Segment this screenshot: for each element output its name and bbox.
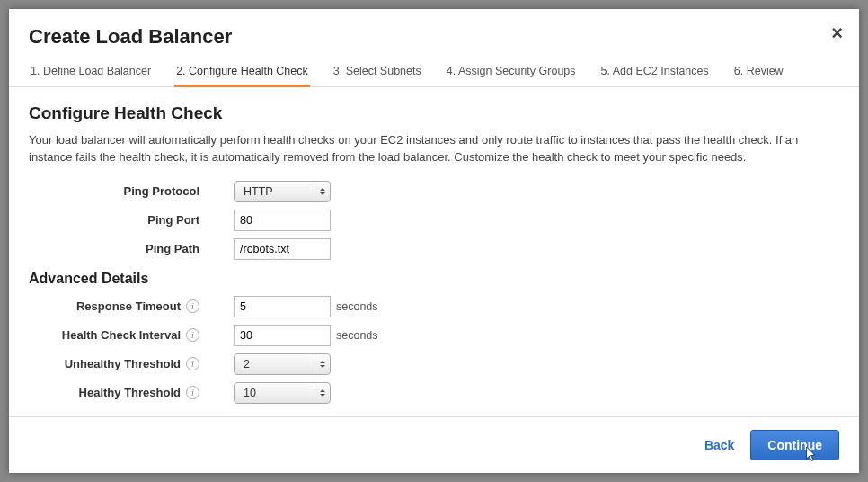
row-ping-port: Ping Port (29, 210, 839, 231)
back-button[interactable]: Back (704, 438, 734, 452)
ping-protocol-value: HTTP (244, 185, 273, 198)
tab-assign-security-groups[interactable]: 4. Assign Security Groups (445, 58, 578, 86)
healthy-threshold-select[interactable]: 10 (234, 382, 331, 404)
row-healthy-threshold: Healthy Threshold i 10 (29, 382, 839, 404)
row-ping-protocol: Ping Protocol HTTP (29, 181, 839, 202)
unhealthy-threshold-value: 2 (244, 358, 250, 370)
modal-header: Create Load Balancer × (9, 9, 859, 58)
label-ping-path: Ping Path (29, 242, 208, 255)
stepper-icon (314, 383, 330, 403)
close-icon[interactable]: × (831, 23, 843, 43)
modal-title: Create Load Balancer (29, 25, 839, 49)
info-icon[interactable]: i (186, 357, 199, 370)
label-unhealthy-threshold: Unhealthy Threshold (65, 357, 181, 370)
response-timeout-input[interactable] (234, 296, 331, 317)
label-healthy-threshold: Healthy Threshold (79, 386, 181, 399)
stepper-icon (314, 182, 330, 201)
unit-seconds: seconds (336, 300, 378, 313)
unhealthy-threshold-select[interactable]: 2 (234, 353, 331, 375)
modal-footer: Back Continue (9, 416, 859, 473)
ping-protocol-select[interactable]: HTTP (234, 181, 331, 202)
health-check-interval-input[interactable] (234, 325, 331, 346)
tab-review[interactable]: 6. Review (732, 58, 785, 86)
wizard-tabs: 1. Define Load Balancer 2. Configure Hea… (9, 58, 859, 87)
label-response-timeout: Response Timeout (76, 299, 181, 313)
ping-port-input[interactable] (234, 210, 331, 231)
tab-configure-health-check[interactable]: 2. Configure Health Check (174, 58, 310, 86)
tab-define-load-balancer[interactable]: 1. Define Load Balancer (29, 58, 153, 86)
label-ping-protocol: Ping Protocol (29, 184, 208, 198)
continue-button-label: Continue (767, 438, 822, 452)
row-health-check-interval: Health Check Interval i seconds (29, 325, 839, 346)
row-ping-path: Ping Path (29, 238, 839, 260)
tab-add-ec2-instances[interactable]: 5. Add EC2 Instances (599, 58, 711, 86)
label-ping-port: Ping Port (29, 213, 208, 227)
unit-seconds: seconds (336, 329, 378, 342)
label-health-check-interval: Health Check Interval (62, 328, 181, 342)
tab-select-subnets[interactable]: 3. Select Subnets (332, 58, 423, 86)
continue-button[interactable]: Continue (750, 430, 839, 460)
info-icon[interactable]: i (186, 386, 199, 399)
ping-path-input[interactable] (234, 238, 331, 260)
info-icon[interactable]: i (186, 299, 199, 313)
create-load-balancer-modal: Create Load Balancer × 1. Define Load Ba… (9, 9, 859, 473)
modal-content: Configure Health Check Your load balance… (9, 87, 859, 420)
row-unhealthy-threshold: Unhealthy Threshold i 2 (29, 353, 839, 375)
healthy-threshold-value: 10 (244, 387, 256, 399)
row-response-timeout: Response Timeout i seconds (29, 296, 839, 317)
info-icon[interactable]: i (186, 328, 199, 342)
stepper-icon (314, 354, 330, 374)
section-description: Your load balancer will automatically pe… (29, 132, 839, 166)
advanced-details-title: Advanced Details (29, 271, 839, 287)
section-title: Configure Health Check (29, 103, 839, 123)
